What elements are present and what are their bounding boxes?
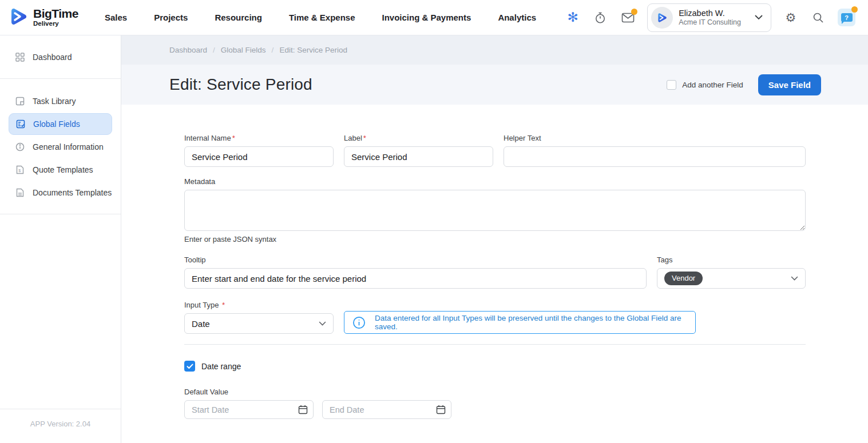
nav-item-time-expense[interactable]: Time & Expense <box>289 13 355 22</box>
help-notification-dot <box>851 6 858 13</box>
label-label: Label* <box>344 134 493 142</box>
required-asterisk: * <box>363 134 366 142</box>
breadcrumb: Dashboard / Global Fields / Edit: Servic… <box>121 35 868 65</box>
date-range-checkbox[interactable]: Date range <box>184 361 806 372</box>
sidebar-item-general-information[interactable]: General Information <box>0 135 121 158</box>
tooltip-label: Tooltip <box>184 256 647 264</box>
sidebar-divider <box>0 78 121 79</box>
date-range-label: Date range <box>201 362 241 371</box>
sidebar-item-task-library[interactable]: Task Library <box>0 90 121 113</box>
tag-chip-vendor[interactable]: Vendor <box>664 272 703 285</box>
helper-text-input[interactable] <box>504 146 806 167</box>
tags-select[interactable]: Vendor <box>657 268 806 289</box>
sidebar: Dashboard Task Library Global Fields <box>0 35 121 443</box>
tooltip-input[interactable] <box>184 268 647 289</box>
sidebar-item-label: Dashboard <box>33 53 72 62</box>
input-type-select[interactable]: Date <box>184 313 334 334</box>
mail-notification-dot <box>631 9 637 15</box>
bigtime-logo[interactable]: BigTime Delivery <box>8 6 78 30</box>
required-asterisk: * <box>222 301 225 309</box>
app-version: APP Version: 2.04 <box>0 409 121 443</box>
global-field-form: Internal Name* Label* Helper Text <box>184 134 806 419</box>
sidebar-item-global-fields[interactable]: Global Fields <box>9 113 112 135</box>
end-date-field[interactable] <box>322 400 451 419</box>
breadcrumb-separator: / <box>272 46 274 54</box>
document-icon <box>15 188 25 197</box>
checkbox-unchecked[interactable] <box>667 80 676 90</box>
input-type-info-alert: Data entered for all Input Types will be… <box>344 311 696 334</box>
sidebar-item-label: Documents Templates <box>33 188 112 197</box>
sidebar-item-label: Global Fields <box>33 119 80 129</box>
checkbox-checked[interactable] <box>184 361 195 372</box>
bigtime-logo-icon <box>8 6 29 30</box>
search-icon[interactable] <box>810 10 826 26</box>
metadata-label: Metadata <box>184 177 806 186</box>
user-name: Elizabeth W. <box>679 8 741 18</box>
internal-name-input[interactable] <box>184 146 334 167</box>
input-type-value: Date <box>192 319 210 329</box>
chevron-down-icon <box>755 15 763 20</box>
svg-text:$: $ <box>18 169 21 173</box>
form-divider <box>184 344 806 345</box>
main-nav: Sales Projects Resourcing Time & Expense… <box>105 13 536 22</box>
save-field-button[interactable]: Save Field <box>758 74 821 95</box>
settings-gear-icon[interactable]: ⚙ <box>783 10 799 26</box>
nav-item-projects[interactable]: Projects <box>154 13 188 22</box>
help-button[interactable]: ? <box>838 9 855 26</box>
tags-label: Tags <box>657 256 806 264</box>
sidebar-item-documents-templates[interactable]: Documents Templates <box>0 181 121 204</box>
help-icon: ? <box>841 13 853 22</box>
sidebar-item-quote-templates[interactable]: $ Quote Templates <box>0 158 121 181</box>
nav-item-invoicing-payments[interactable]: Invoicing & Payments <box>382 13 471 22</box>
calendar-icon[interactable] <box>436 405 446 414</box>
metadata-textarea[interactable] <box>184 190 806 231</box>
mail-icon[interactable] <box>620 10 636 26</box>
breadcrumb-global-fields[interactable]: Global Fields <box>221 46 266 54</box>
chevron-down-icon <box>319 321 326 326</box>
nav-item-resourcing[interactable]: Resourcing <box>215 13 262 22</box>
user-avatar <box>651 7 673 29</box>
dashboard-grid-icon <box>15 53 25 62</box>
input-type-label: Input Type * <box>184 301 334 309</box>
sidebar-item-label: Quote Templates <box>33 165 93 174</box>
info-alert-message: Data entered for all Input Types will be… <box>375 314 689 331</box>
breadcrumb-current-page: Edit: Service Period <box>279 46 347 54</box>
global-fields-icon <box>15 119 25 129</box>
sidebar-item-dashboard[interactable]: Dashboard <box>0 46 121 69</box>
label-input[interactable] <box>344 146 493 167</box>
page-header: Edit: Service Period Add another Field S… <box>121 65 868 105</box>
quote-document-icon: $ <box>15 165 25 174</box>
sidebar-item-label: Task Library <box>33 97 76 106</box>
add-another-field-label: Add another Field <box>682 81 743 89</box>
info-icon <box>352 316 366 329</box>
logo-subtitle: Delivery <box>33 21 78 27</box>
top-navbar: BigTime Delivery Sales Projects Resourci… <box>0 0 868 35</box>
metadata-hint: Enter or paste JSON syntax <box>184 235 806 244</box>
default-value-label: Default Value <box>184 388 806 396</box>
internal-name-label: Internal Name* <box>184 134 334 142</box>
calendar-icon[interactable] <box>298 405 308 414</box>
nav-item-analytics[interactable]: Analytics <box>498 13 536 22</box>
logo-title: BigTime <box>33 7 78 19</box>
user-account-dropdown[interactable]: Elizabeth W. Acme IT Consulting <box>647 3 771 32</box>
snowflake-icon[interactable]: ✻ <box>565 10 581 26</box>
chevron-down-icon <box>791 276 798 281</box>
task-library-icon <box>15 97 25 106</box>
end-date-input[interactable] <box>330 405 436 414</box>
helper-text-label: Helper Text <box>504 134 806 142</box>
timer-icon[interactable] <box>592 10 608 26</box>
add-another-field-checkbox[interactable]: Add another Field <box>667 80 743 90</box>
sidebar-divider <box>0 214 121 214</box>
page-title: Edit: Service Period <box>169 75 312 94</box>
required-asterisk: * <box>232 134 235 142</box>
info-circle-icon <box>15 142 25 151</box>
breadcrumb-dashboard[interactable]: Dashboard <box>169 46 207 54</box>
nav-item-sales[interactable]: Sales <box>105 13 127 22</box>
start-date-input[interactable] <box>192 405 298 414</box>
check-icon <box>187 364 193 369</box>
start-date-field[interactable] <box>184 400 314 419</box>
breadcrumb-separator: / <box>213 46 215 54</box>
user-company: Acme IT Consulting <box>679 18 741 27</box>
sidebar-item-label: General Information <box>33 142 104 151</box>
